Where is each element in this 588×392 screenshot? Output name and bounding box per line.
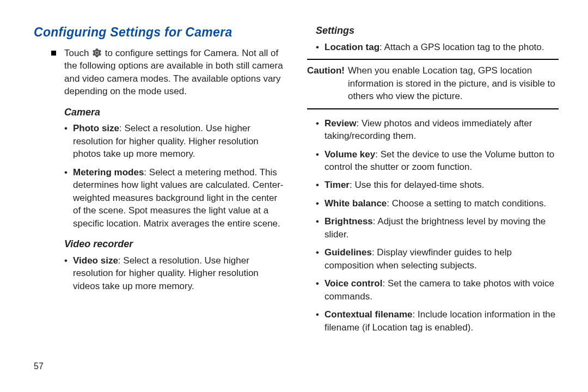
video-heading: Video recorder [64, 237, 285, 251]
list-item: Photo size: Select a resolution. Use hig… [64, 122, 285, 160]
term: Volume key [324, 149, 375, 160]
manual-page: Configuring Settings for Camera Touch to… [0, 0, 588, 392]
caution-text: When you enable Location tag, GPS locati… [348, 64, 559, 102]
desc: : Attach a GPS location tag to the photo… [379, 42, 544, 52]
caution-label: Caution! [307, 64, 348, 102]
camera-list: Photo size: Select a resolution. Use hig… [64, 122, 285, 230]
intro-list: Touch to configure settings for Camera. … [50, 47, 285, 98]
term: Video size [73, 255, 118, 266]
term: Photo size [73, 123, 119, 133]
term: Brightness [324, 216, 373, 226]
list-item: Location tag: Attach a GPS location tag … [316, 41, 559, 53]
list-item: Voice control: Set the camera to take ph… [316, 277, 559, 303]
list-item: Brightness: Adjust the brightness level … [316, 215, 559, 241]
right-column: Settings Location tag: Attach a GPS loca… [307, 24, 559, 376]
video-list: Video size: Select a resolution. Use hig… [64, 254, 285, 292]
term: Timer [324, 180, 350, 190]
left-column: Configuring Settings for Camera Touch to… [34, 24, 285, 376]
term: Metering modes [73, 167, 144, 177]
settings-list: Review: View photos and videos immediate… [316, 117, 559, 334]
page-title: Configuring Settings for Camera [34, 24, 285, 41]
list-item: Volume key: Set the device to use the Vo… [316, 148, 559, 174]
desc: : Choose a setting to match conditions. [387, 198, 546, 209]
term: Review [324, 118, 357, 128]
intro-prefix: Touch [64, 48, 89, 58]
list-item: Review: View photos and videos immediate… [316, 117, 559, 143]
settings-heading: Settings [316, 24, 559, 38]
term: Voice control [324, 278, 382, 289]
list-item: Contextual filename: Include location in… [316, 308, 559, 334]
term: White balance [324, 198, 387, 209]
term: Guidelines [324, 247, 372, 258]
list-item: Video size: Select a resolution. Use hig… [64, 254, 285, 292]
intro-item: Touch to configure settings for Camera. … [50, 47, 285, 98]
gear-icon [92, 48, 102, 58]
list-item: White balance: Choose a setting to match… [316, 197, 559, 210]
camera-heading: Camera [64, 106, 285, 119]
term: Location tag [324, 42, 379, 52]
term: Contextual filename [324, 309, 413, 320]
settings-top-list: Location tag: Attach a GPS location tag … [316, 41, 559, 53]
caution-block: Caution! When you enable Location tag, G… [307, 59, 559, 109]
desc: : Use this for delayed-time shots. [350, 180, 485, 190]
page-number: 57 [34, 362, 44, 371]
list-item: Timer: Use this for delayed-time shots. [316, 179, 559, 191]
list-item: Metering modes: Select a metering method… [64, 166, 285, 230]
list-item: Guidelines: Display viewfinder guides to… [316, 246, 559, 272]
